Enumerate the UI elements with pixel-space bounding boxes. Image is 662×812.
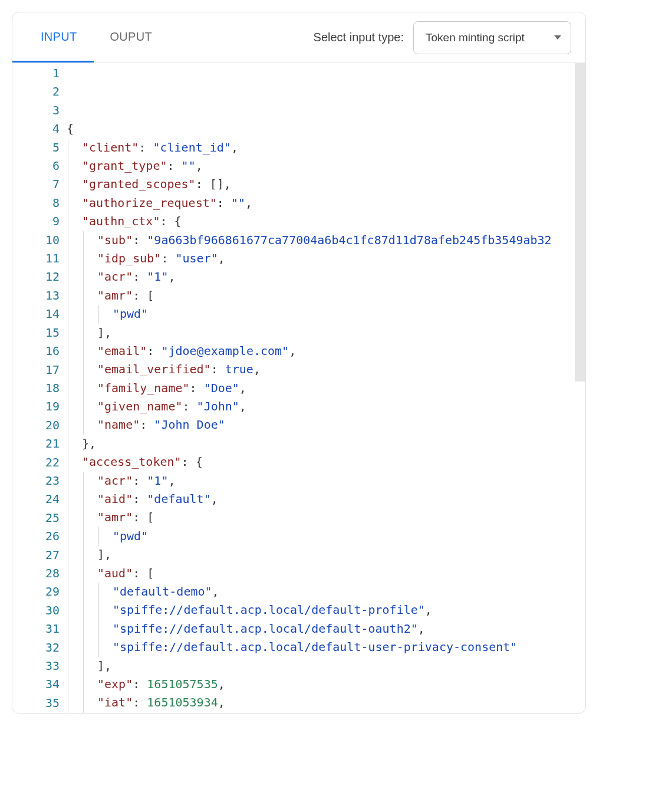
line-number: 23	[12, 472, 67, 490]
code-line[interactable]: "acr": "1",	[67, 268, 585, 286]
code-line[interactable]: "idp_sub": "user",	[67, 249, 585, 268]
line-number: 29	[12, 583, 67, 601]
select-input-type-label: Select input type:	[314, 31, 404, 44]
line-number: 17	[12, 361, 67, 379]
input-type-group: Select input type: Token minting script	[314, 21, 571, 54]
tab-bar: INPUT OUPUT	[12, 12, 169, 63]
code-line[interactable]: "aud": [	[67, 564, 585, 583]
code-line[interactable]: "amr": [	[67, 287, 585, 305]
code-line[interactable]: "iat": 1651053934,	[67, 693, 585, 712]
line-number: 8	[12, 194, 67, 212]
chevron-down-icon	[554, 35, 561, 40]
code-line[interactable]: "granted_scopes": [],	[67, 175, 585, 193]
line-number: 28	[12, 564, 67, 583]
line-number: 10	[12, 231, 67, 249]
line-number: 25	[12, 509, 67, 527]
code-line[interactable]: "email_verified": true,	[67, 360, 585, 379]
panel-header: INPUT OUPUT Select input type: Token min…	[12, 12, 585, 63]
line-number: 33	[12, 657, 67, 675]
scrollbar-thumb[interactable]	[575, 63, 585, 382]
code-content[interactable]: {"client": "client_id","grant_type": "",…	[67, 63, 585, 713]
line-number: 13	[12, 287, 67, 305]
line-number: 14	[12, 305, 67, 323]
code-editor[interactable]: 1234567891011121314151617181920212223242…	[12, 63, 585, 713]
code-line[interactable]: "given_name": "John",	[67, 397, 585, 416]
code-line[interactable]: "spiffe://default.acp.local/default-oaut…	[67, 620, 585, 638]
select-input-type-value: Token minting script	[426, 31, 525, 44]
code-line[interactable]: "exp": 1651057535,	[67, 675, 585, 693]
line-number: 20	[12, 416, 67, 435]
line-number: 9	[12, 212, 67, 231]
tab-input[interactable]: INPUT	[12, 12, 94, 63]
tab-output[interactable]: OUPUT	[94, 12, 169, 63]
line-number: 11	[12, 249, 67, 268]
line-number: 22	[12, 453, 67, 472]
line-number: 16	[12, 342, 67, 360]
line-number: 3	[12, 101, 67, 120]
code-line[interactable]: "sub": "9a663bf966861677ca77004a6b4c1fc8…	[67, 231, 585, 249]
code-line[interactable]: "authn_ctx": {	[67, 212, 585, 231]
line-number: 27	[12, 546, 67, 564]
code-line[interactable]: "acr": "1",	[67, 472, 585, 490]
line-number: 35	[12, 694, 67, 712]
code-line[interactable]: ],	[67, 657, 585, 675]
code-line[interactable]: "spiffe://default.acp.local/default-prof…	[67, 601, 585, 619]
code-line[interactable]: "access_token": {	[67, 453, 585, 471]
code-line[interactable]: "grant_type": "",	[67, 157, 585, 175]
line-number: 12	[12, 268, 67, 286]
line-number: 21	[12, 435, 67, 453]
select-input-type-dropdown[interactable]: Token minting script	[413, 21, 571, 54]
code-line[interactable]: "authorize_request": "",	[67, 194, 585, 212]
line-number: 31	[12, 620, 67, 638]
line-number: 1	[12, 64, 67, 83]
code-line[interactable]: "family_name": "Doe",	[67, 379, 585, 397]
line-number: 15	[12, 324, 67, 342]
line-number: 26	[12, 527, 67, 545]
code-line[interactable]: "idp": "default",	[67, 712, 585, 713]
code-line[interactable]: {	[67, 120, 585, 138]
code-line[interactable]: ],	[67, 545, 585, 564]
line-number: 7	[12, 175, 67, 193]
line-number: 24	[12, 490, 67, 508]
line-number: 4	[12, 120, 67, 138]
code-line[interactable]: "amr": [	[67, 508, 585, 527]
code-line[interactable]: "pwd"	[67, 527, 585, 545]
line-number: 5	[12, 139, 67, 157]
line-number: 32	[12, 639, 67, 657]
code-line[interactable]: "aid": "default",	[67, 490, 585, 508]
code-line[interactable]: },	[67, 435, 585, 453]
line-number: 30	[12, 601, 67, 620]
code-line[interactable]: "name": "John Doe"	[67, 416, 585, 434]
code-line[interactable]: "pwd"	[67, 305, 585, 323]
code-line[interactable]: "spiffe://default.acp.local/default-user…	[67, 638, 585, 656]
code-line[interactable]: "email": "jdoe@example.com",	[67, 342, 585, 360]
line-number: 18	[12, 379, 67, 397]
line-number: 19	[12, 397, 67, 416]
line-number: 34	[12, 675, 67, 693]
code-line[interactable]: ],	[67, 324, 585, 342]
code-line[interactable]: "client": "client_id",	[67, 139, 585, 157]
editor-panel: INPUT OUPUT Select input type: Token min…	[12, 12, 586, 714]
line-number: 6	[12, 157, 67, 175]
line-number: 2	[12, 83, 67, 101]
code-line[interactable]: "default-demo",	[67, 583, 585, 601]
line-number-gutter: 1234567891011121314151617181920212223242…	[12, 63, 67, 713]
